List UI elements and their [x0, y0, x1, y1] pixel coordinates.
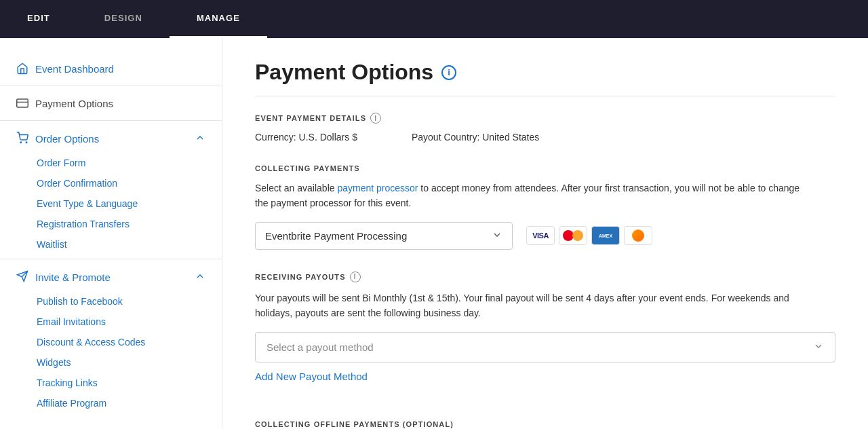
page-title-info-icon[interactable]: i — [441, 65, 456, 80]
main-content: Payment Options i EVENT PAYMENT DETAILS … — [222, 38, 868, 429]
sidebar-item-tracking-links[interactable]: Tracking Links — [0, 373, 222, 393]
sidebar-item-waitlist[interactable]: Waitlist — [0, 234, 222, 255]
collecting-payments-section: COLLECTING PAYMENTS Select an available … — [255, 164, 835, 250]
sidebar-item-order-form[interactable]: Order Form — [0, 153, 222, 173]
sidebar-section-order-options: Order Options Order Form Order Confirmat… — [0, 121, 222, 259]
event-payment-details-title: EVENT PAYMENT DETAILS i — [255, 113, 835, 124]
payout-dropdown-placeholder: Select a payout method — [267, 341, 374, 353]
order-options-label: Order Options — [35, 133, 99, 145]
svg-point-3 — [26, 142, 27, 143]
order-options-header[interactable]: Order Options — [0, 125, 222, 153]
payment-processor-link[interactable]: payment processor — [337, 183, 418, 193]
sidebar-item-email-invitations[interactable]: Email Invitations — [0, 312, 222, 332]
home-icon — [16, 62, 28, 75]
invite-promote-header[interactable]: Invite & Promote — [0, 263, 222, 291]
page-title: Payment Options — [255, 60, 433, 85]
sidebar: Event Dashboard Payment Options — [0, 38, 222, 429]
sidebar-section-invite-promote: Invite & Promote Publish to Facebook Ema… — [0, 259, 222, 417]
processor-dropdown-value: Eventbrite Payment Processing — [265, 230, 407, 242]
payout-description: Your payouts will be sent Bi Monthly (1s… — [255, 291, 811, 321]
invite-promote-label: Invite & Promote — [35, 272, 111, 283]
sidebar-item-affiliate-program[interactable]: Affiliate Program — [0, 393, 222, 413]
sidebar-section-payment: Payment Options — [0, 86, 222, 121]
top-nav: EDIT DESIGN MANAGE — [0, 0, 868, 38]
svg-rect-0 — [17, 99, 28, 107]
card-icons: VISA AMEX — [526, 226, 652, 245]
card-icon — [16, 97, 28, 109]
sidebar-item-discount-access-codes[interactable]: Discount & Access Codes — [0, 332, 222, 352]
sidebar-item-event-dashboard[interactable]: Event Dashboard — [0, 56, 222, 81]
processor-dropdown-row: Eventbrite Payment Processing VISA — [255, 222, 835, 250]
nav-manage[interactable]: MANAGE — [170, 0, 267, 38]
svg-point-2 — [20, 142, 22, 143]
nav-design[interactable]: DESIGN — [77, 0, 170, 38]
receiving-payouts-title: RECEIVING PAYOUTS i — [255, 272, 835, 282]
event-dashboard-label: Event Dashboard — [35, 63, 114, 75]
collecting-offline-section: COLLECTING OFFLINE PAYMENTS (OPTIONAL) — [255, 420, 835, 428]
receiving-payouts-info-icon[interactable]: i — [350, 272, 361, 282]
mastercard-icon — [559, 226, 587, 245]
invite-promote-icon — [16, 270, 28, 284]
collecting-payments-desc: Select an available payment processor to… — [255, 181, 811, 211]
sidebar-item-publish-facebook[interactable]: Publish to Facebook — [0, 291, 222, 312]
visa-card-icon: VISA — [526, 226, 555, 245]
payment-options-label: Payment Options — [35, 98, 113, 109]
receiving-payouts-section: RECEIVING PAYOUTS i Your payouts will be… — [255, 272, 835, 398]
amex-card-icon: AMEX — [591, 226, 620, 245]
processor-dropdown-chevron — [492, 229, 502, 242]
collecting-payments-title: COLLECTING PAYMENTS — [255, 164, 835, 172]
sidebar-item-order-confirmation[interactable]: Order Confirmation — [0, 173, 222, 193]
payout-dropdown-chevron — [813, 341, 824, 354]
payout-country-label: Payout Country: United States — [412, 132, 539, 143]
sidebar-item-payment-options[interactable]: Payment Options — [0, 90, 222, 116]
order-options-icon — [16, 132, 28, 146]
sidebar-item-widgets[interactable]: Widgets — [0, 352, 222, 373]
invite-promote-chevron — [195, 271, 205, 284]
order-options-sub-items: Order Form Order Confirmation Event Type… — [0, 153, 222, 255]
layout: Event Dashboard Payment Options — [0, 38, 868, 429]
discover-card-icon — [624, 226, 652, 245]
sidebar-item-registration-transfers[interactable]: Registration Transfers — [0, 214, 222, 234]
event-payment-details-section: EVENT PAYMENT DETAILS i Currency: U.S. D… — [255, 113, 835, 143]
event-payment-details-info-icon[interactable]: i — [370, 113, 381, 124]
nav-edit[interactable]: EDIT — [0, 0, 77, 38]
invite-promote-sub-items: Publish to Facebook Email Invitations Di… — [0, 291, 222, 413]
add-payout-method-link[interactable]: Add New Payout Method — [255, 371, 368, 382]
sidebar-item-event-type-language[interactable]: Event Type & Language — [0, 193, 222, 214]
sidebar-section-dashboard: Event Dashboard — [0, 52, 222, 86]
page-header: Payment Options i — [255, 60, 835, 96]
payout-method-dropdown[interactable]: Select a payout method — [255, 332, 835, 362]
currency-label: Currency: U.S. Dollars $ — [255, 132, 357, 143]
payment-details-meta: Currency: U.S. Dollars $ Payout Country:… — [255, 132, 835, 143]
processor-dropdown[interactable]: Eventbrite Payment Processing — [255, 222, 513, 250]
collecting-offline-title: COLLECTING OFFLINE PAYMENTS (OPTIONAL) — [255, 420, 835, 428]
order-options-chevron — [195, 132, 205, 145]
